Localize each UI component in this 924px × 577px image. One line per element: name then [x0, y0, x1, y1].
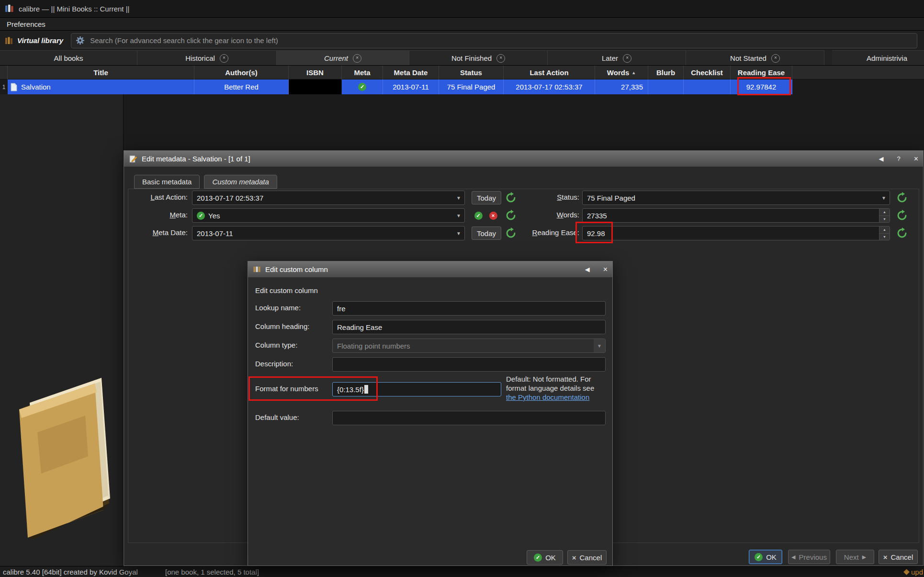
- col-header-blurb[interactable]: Blurb: [648, 66, 684, 79]
- format-for-numbers-label: Format for numbers: [255, 385, 318, 393]
- tab-close-icon[interactable]: ×: [771, 54, 780, 63]
- description-input[interactable]: [332, 357, 606, 372]
- tab-later[interactable]: Later ×: [548, 50, 686, 66]
- tab-close-icon[interactable]: ×: [623, 54, 631, 63]
- column-heading-input[interactable]: [332, 320, 606, 334]
- col-header-meta[interactable]: Meta: [342, 66, 383, 79]
- update-notification[interactable]: upd: [904, 568, 923, 576]
- tab-custom-metadata[interactable]: Custom metadata: [204, 175, 277, 189]
- meta-clear-icon[interactable]: ×: [487, 210, 499, 221]
- status-revert-icon[interactable]: [895, 191, 909, 204]
- cell-authors[interactable]: Better Red: [194, 79, 289, 94]
- col-header-words[interactable]: Words ▲: [595, 66, 648, 79]
- dialog-back-icon[interactable]: ◀: [879, 155, 883, 162]
- cell-last-action[interactable]: 2013-07-17 02:53:37: [504, 79, 595, 94]
- reading-ease-revert-icon[interactable]: [895, 226, 909, 240]
- status-label: Status:: [522, 193, 579, 201]
- tab-administrivia[interactable]: Administrivia: [832, 50, 924, 66]
- edit-metadata-titlebar[interactable]: Edit metadata - Salvation - [1 of 1] ◀ ?…: [124, 151, 923, 167]
- selection-count-text: [one book, 1 selected, 5 total]: [165, 568, 259, 576]
- meta-date-revert-icon[interactable]: [504, 226, 518, 240]
- cancel-button[interactable]: × Cancel: [879, 550, 918, 564]
- cell-checklist[interactable]: [684, 79, 731, 94]
- dialog-close-icon[interactable]: ×: [603, 265, 608, 274]
- cell-isbn[interactable]: [289, 79, 342, 94]
- cell-status[interactable]: 75 Final Paged: [439, 79, 504, 94]
- cell-words[interactable]: 27,335: [595, 79, 648, 94]
- default-value-input[interactable]: [332, 411, 606, 425]
- column-type-select: Floating point numbers ▼: [332, 339, 606, 353]
- col-header-checklist[interactable]: Checklist: [684, 66, 731, 79]
- menu-preferences[interactable]: Preferences: [4, 19, 48, 29]
- virtual-library-label: Virtual library: [17, 36, 63, 45]
- ok-button[interactable]: ✓ OK: [527, 550, 563, 565]
- previous-button[interactable]: ◀ Previous: [788, 550, 830, 564]
- words-spinner[interactable]: 27335 ▲▼: [582, 208, 890, 223]
- meta-set-yes-icon[interactable]: ✓: [473, 210, 484, 221]
- custom-column-icon: [253, 265, 261, 273]
- last-action-combo[interactable]: 2013-07-17 02:53:37 ▼: [192, 191, 465, 205]
- col-header-meta-date[interactable]: Meta Date: [383, 66, 439, 79]
- gear-icon[interactable]: [76, 36, 85, 45]
- meta-date-combo[interactable]: 2013-07-11 ▼: [192, 226, 465, 240]
- cell-blurb[interactable]: [648, 79, 684, 94]
- virtual-library-button[interactable]: Virtual library: [5, 36, 63, 45]
- lookup-name-input[interactable]: [332, 301, 606, 316]
- back-icon: ◀: [791, 554, 795, 560]
- tab-not-finished[interactable]: Not Finished ×: [409, 50, 548, 66]
- python-documentation-link[interactable]: the Python documentation: [506, 393, 589, 401]
- cell-meta-date[interactable]: 2013-07-11: [383, 79, 439, 94]
- cell-reading-ease[interactable]: 92.97842: [731, 79, 792, 94]
- cancel-button[interactable]: × Cancel: [567, 550, 607, 565]
- meta-combo[interactable]: ✓ Yes ▼: [192, 208, 465, 223]
- words-revert-icon[interactable]: [895, 209, 909, 222]
- col-header-status[interactable]: Status: [439, 66, 504, 79]
- tab-not-started[interactable]: Not Started ×: [686, 50, 824, 66]
- status-combo[interactable]: 75 Final Paged ▼: [582, 191, 890, 205]
- spinner-buttons[interactable]: ▲▼: [879, 209, 890, 222]
- chevron-down-icon: ▼: [453, 191, 464, 204]
- format-for-numbers-input[interactable]: {0:13.5f}: [332, 382, 501, 396]
- chevron-down-icon: ▼: [453, 226, 464, 240]
- dialog-close-icon[interactable]: ×: [914, 155, 918, 163]
- tab-close-icon[interactable]: ×: [220, 54, 228, 63]
- ok-button[interactable]: ✓ OK: [749, 550, 782, 564]
- calibre-main-window: calibre — || Mini Books :: Current || Pr…: [0, 0, 924, 577]
- spinner-buttons[interactable]: ▲▼: [879, 226, 890, 240]
- check-circle-icon: ✓: [197, 212, 205, 220]
- cell-filler: [792, 79, 924, 94]
- search-input[interactable]: [89, 36, 913, 45]
- dialog-help-icon[interactable]: ?: [897, 155, 900, 162]
- meta-date-today-button[interactable]: Today: [472, 226, 501, 240]
- col-header-filler: [792, 66, 924, 79]
- col-header-reading-ease[interactable]: Reading Ease: [731, 66, 792, 79]
- cell-title[interactable]: Salvation: [8, 79, 194, 94]
- forward-icon: ▶: [862, 554, 866, 560]
- tab-close-icon[interactable]: ×: [496, 54, 505, 63]
- col-header-title[interactable]: Title: [8, 66, 194, 79]
- version-text: calibre 5.40 [64bit] created by Kovid Go…: [3, 568, 138, 576]
- col-header-last-action[interactable]: Last Action: [504, 66, 595, 79]
- custom-column-titlebar[interactable]: Edit custom column ◀ ×: [248, 261, 612, 277]
- dialog-title: Edit custom column: [265, 265, 328, 273]
- tab-basic-metadata[interactable]: Basic metadata: [134, 175, 200, 189]
- col-header-authors[interactable]: Author(s): [194, 66, 289, 79]
- description-label: Description:: [255, 360, 293, 368]
- cell-meta[interactable]: ✓: [342, 79, 383, 94]
- tab-label: Administrivia: [867, 54, 907, 62]
- tab-current[interactable]: Current ×: [277, 50, 409, 66]
- tab-historical[interactable]: Historical ×: [137, 50, 277, 66]
- dialog-back-icon[interactable]: ◀: [585, 266, 590, 273]
- book-cover-image[interactable]: [9, 361, 124, 549]
- last-action-revert-icon[interactable]: [504, 191, 518, 204]
- tab-close-icon[interactable]: ×: [353, 54, 361, 63]
- reading-ease-spinner[interactable]: 92.98 ▲▼: [582, 226, 890, 240]
- format-note: Default: Not formatted. For format langu…: [506, 374, 607, 402]
- col-header-isbn[interactable]: ISBN: [289, 66, 342, 79]
- last-action-today-button[interactable]: Today: [472, 191, 501, 204]
- next-button[interactable]: Next ▶: [836, 550, 874, 564]
- meta-revert-icon[interactable]: [504, 209, 518, 222]
- tab-all-books[interactable]: All books: [0, 50, 137, 66]
- book-row-selected[interactable]: 1 Salvation Better Red ✓ 2013-07-11 75 F…: [0, 79, 924, 94]
- chevron-down-icon: ▼: [453, 209, 464, 222]
